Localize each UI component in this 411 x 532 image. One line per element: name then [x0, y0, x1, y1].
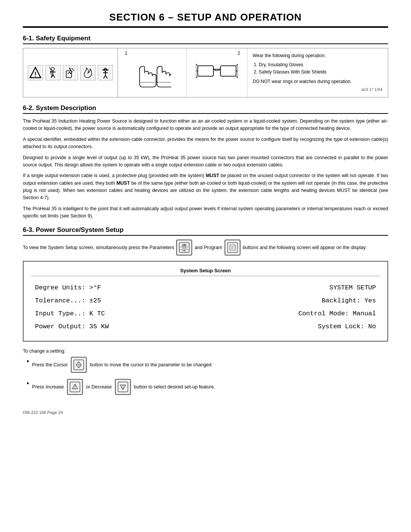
setup-line-2: Tolerance...: ±25 Backlight: Yes [35, 294, 376, 307]
bullet2-after: button to select desired set-up feature. [134, 384, 215, 390]
gloves-svg [133, 54, 171, 92]
bullet-list: • Press the Cursor button to move the cu… [23, 357, 388, 395]
do-not-text: DO NOT wear rings or watches during oper… [253, 78, 382, 85]
para-4: If a single output extension cable is us… [23, 172, 388, 202]
warning-icon: ! [28, 65, 43, 80]
setup-line3-right: Control Mode: Manual [298, 307, 376, 320]
bullet-dot-1: • [27, 358, 29, 366]
change-setting-label: To change a setting: [23, 348, 388, 354]
svg-rect-19 [198, 66, 213, 77]
setup-line-1: Degree Units: >°F SYSTEM SETUP [35, 281, 376, 294]
setup-line4-right: System Lock: No [318, 320, 376, 333]
para-5: The ProHeat 35 is intelligent to the poi… [23, 205, 388, 220]
safety-image-box: ! [23, 48, 388, 97]
bullet2-middle: or Decrease [86, 384, 112, 390]
bullet-2-content: Press Increase or Decrease [32, 379, 215, 395]
bullet-1-content: Press the Cursor button to move the curs… [32, 357, 211, 373]
svg-rect-20 [220, 66, 236, 77]
svg-line-16 [105, 75, 107, 78]
sb-ref: sb3.1* 1/94 [253, 86, 382, 93]
parameters-button-icon[interactable]: kW V A H₂ [176, 240, 192, 256]
para-3: Designed to provide a single level of ou… [23, 154, 388, 169]
hardhat-person-icon [98, 65, 113, 80]
electric-hazard-icon [45, 65, 61, 80]
setup-line-4: Power Output: 35 KW System Lock: No [35, 320, 376, 333]
bullet-2: • Press Increase or Decrease [27, 379, 388, 395]
setup-screen-content: Degree Units: >°F SYSTEM SETUP Tolerance… [31, 281, 380, 333]
section-62: 6-2. System Description The ProHeat 35 I… [23, 104, 388, 220]
svg-rect-30 [228, 243, 237, 252]
svg-text:!: ! [34, 71, 36, 78]
setup-line2-left: Tolerance...: ±25 [35, 294, 101, 307]
bullet1-after: button to move the cursor to the paramet… [90, 362, 212, 367]
gloves-figure: 1 [118, 48, 186, 97]
section-62-heading: 6-2. System Description [23, 104, 388, 114]
para-2: A special identifier, embedded within th… [23, 136, 388, 151]
wear-text: Wear the following during operation: [253, 52, 382, 59]
svg-text:kW: kW [182, 244, 186, 246]
setup-screen-box: System Setup Screen Degree Units: >°F SY… [23, 261, 388, 342]
fire-hazard-icon [80, 65, 96, 80]
setup-line1-left: Degree Units: >°F [35, 281, 101, 294]
intro-middle: and Program [194, 245, 222, 250]
cursor-button-icon[interactable] [71, 357, 87, 373]
section-61-heading: 6-1. Safety Equipment [23, 35, 388, 44]
svg-line-15 [104, 75, 105, 78]
setup-line4-left: Power Output: 35 KW [35, 320, 109, 333]
section-63: 6-3. Power Source/System Setup To view t… [23, 226, 388, 395]
intro-after: buttons and the following screen will ap… [243, 245, 367, 250]
footer-text: OM-222 166 Page 24 [23, 410, 63, 415]
section-61: 6-1. Safety Equipment ! [23, 35, 388, 97]
para-1: The ProHeat 35 Induction Heating Power S… [23, 118, 388, 133]
glasses-svg [196, 58, 238, 88]
spark-hazard-icon [63, 65, 78, 80]
svg-line-6 [53, 75, 55, 78]
page-footer: OM-222 166 Page 24 [23, 410, 388, 415]
safety-item-2: Safety Glasses With Side Shields [259, 69, 382, 76]
setup-line-3: Input Type..: K TC Control Mode: Manual [35, 307, 376, 320]
intro-row: To view the System Setup screen, simulta… [23, 240, 388, 256]
page-title: SECTION 6 – SETUP AND OPERATION [23, 11, 388, 28]
bullet-1: • Press the Cursor button to move the cu… [27, 357, 388, 373]
setup-screen-title: System Setup Screen [31, 268, 380, 276]
fig2-label: 2 [237, 51, 240, 56]
increase-button-icon[interactable] [67, 379, 83, 395]
bullet1-before: Press the Cursor [32, 362, 68, 367]
safety-item-1: Dry, Insulating Gloves [259, 61, 382, 69]
program-button-icon[interactable] [225, 240, 241, 256]
section-63-heading: 6-3. Power Source/System Setup [23, 226, 388, 236]
setup-line2-right: Backlight: Yes [322, 294, 376, 307]
bullet2-before: Press Increase [32, 384, 64, 390]
intro-before: To view the System Setup screen, simulta… [23, 245, 174, 250]
fig1-label: 1 [125, 51, 127, 56]
svg-point-2 [51, 67, 54, 70]
decrease-button-icon[interactable] [115, 379, 131, 395]
glasses-figure: 2 [186, 48, 247, 97]
setup-line1-right: SYSTEM SETUP [330, 281, 376, 294]
safety-icons-area: ! [23, 48, 118, 97]
svg-line-9 [72, 68, 74, 71]
setup-line3-left: Input Type..: K TC [35, 307, 105, 320]
safety-text-area: Wear the following during operation: Dry… [247, 48, 388, 97]
bullet-dot-2: • [27, 380, 29, 388]
